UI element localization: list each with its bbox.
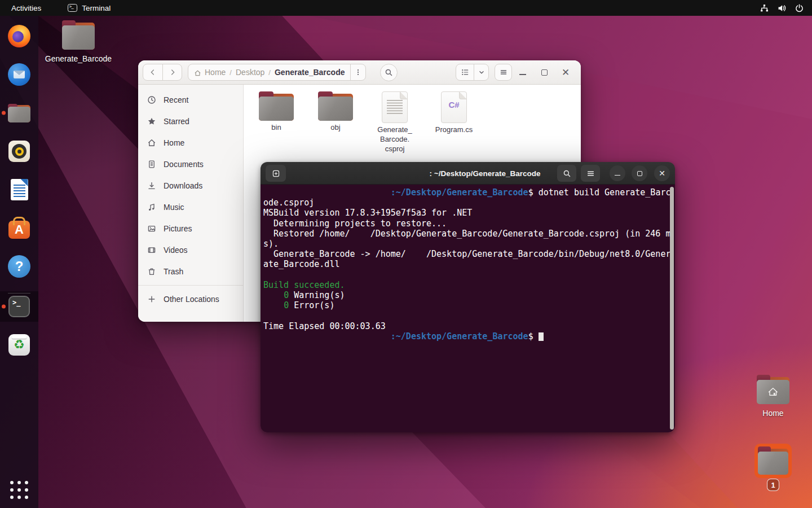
sidebar-item-label: Downloads [164,181,202,190]
file-name: Generate_Barcode.csproj [377,125,412,154]
dock-item-files[interactable] [7,101,31,125]
forward-button[interactable] [162,64,182,80]
sidebar-item-pictures[interactable]: Pictures [138,218,243,239]
sidebar-item-label: Music [164,203,184,212]
sidebar-item-videos[interactable]: Videos [138,239,243,261]
network-icon[interactable] [760,3,769,13]
search-button[interactable] [380,64,398,81]
running-indicator [2,111,6,115]
running-indicator [2,305,6,309]
star-icon [147,117,156,126]
folder-icon [259,91,294,121]
minimize-button[interactable] [512,61,533,84]
terminal-search-button[interactable] [557,165,576,182]
system-status-area[interactable] [760,3,804,13]
terminal-line: Determining projects to restore... [263,218,675,229]
desktop-icon-selected-folder[interactable] [754,444,792,478]
sidebar-item-label: Starred [164,117,189,126]
path-menu-button[interactable] [350,64,365,80]
terminal-line: MSBuild version 17.8.3+195e7f5a3 for .NE… [263,208,675,218]
trash-icon [147,267,156,276]
dock-item-firefox[interactable] [7,24,31,48]
house-icon [757,380,789,404]
file-item-program.cs[interactable]: Program.cs [426,91,482,135]
dock-item-trash[interactable]: ♻ [7,333,31,357]
close-button[interactable]: ✕ [555,61,576,84]
terminal-line: :~/Desktop/Generate_Barcode$ [263,331,675,341]
text-file-icon [382,91,408,123]
terminal-output[interactable]: :~/Desktop/Generate_Barcode$ dotnet buil… [261,185,675,432]
file-item-obj[interactable]: obj [307,91,364,133]
terminal-line: ate_Barcode.dll [263,259,675,269]
terminal-minimize-button[interactable] [610,165,625,181]
picture-icon [147,224,156,233]
terminal-line: :~/Desktop/Generate_Barcode$ dotnet buil… [263,187,675,198]
power-icon[interactable] [795,3,804,13]
back-button[interactable] [143,64,162,80]
sidebar-item-label: Recent [164,95,188,104]
dock-item-ubuntu-software[interactable]: A [7,216,31,240]
terminal-window: : ~/Desktop/Generate_Barcode ✕ :~/Deskto… [261,162,675,432]
download-icon [147,181,156,190]
sidebar-item-label: Pictures [164,224,192,233]
terminal-maximize-button[interactable] [632,165,647,181]
dock-item-rhythmbox[interactable] [7,139,31,163]
csharp-file-icon [441,91,467,123]
breadcrumb-segment[interactable]: Desktop [236,68,264,77]
sidebar-item-home[interactable]: Home [138,132,243,154]
desktop-icon-generate-barcode[interactable]: Generate_Barcode [58,20,99,63]
terminal-line [263,310,675,321]
sidebar-item-trash[interactable]: Trash [138,261,243,282]
sidebar-item-downloads[interactable]: Downloads [138,175,243,196]
file-item-bin[interactable]: bin [248,91,304,133]
clock-icon [147,95,156,104]
terminal-scrollbar[interactable] [670,187,674,430]
sidebar-item-music[interactable]: Music [138,196,243,218]
breadcrumb-segment[interactable]: Home [205,68,226,77]
dock-item-help[interactable]: ? [7,255,31,278]
new-tab-button[interactable] [266,165,286,182]
breadcrumb[interactable]: Home/Desktop/Generate_Barcode [188,64,366,81]
dock-item-libreoffice-writer[interactable] [7,178,31,202]
terminal-line: ode.csproj [263,198,675,208]
desktop-icon-home[interactable]: Home [752,375,794,418]
view-options-chevron[interactable] [474,64,488,80]
terminal-line: s). [263,239,675,249]
terminal-line [263,270,675,280]
file-item-generate_barcode.csproj[interactable]: Generate_Barcode.csproj [367,91,423,154]
sidebar-item-label: Documents [164,160,204,169]
activities-button[interactable]: Activities [11,4,41,12]
terminal-line: 0 Warning(s) [263,290,675,300]
maximize-button[interactable] [533,61,555,84]
video-icon [147,246,156,255]
view-toggle[interactable] [456,64,489,81]
files-header-bar: Home/Desktop/Generate_Barcode ✕ [138,60,581,85]
app-menu-label: Terminal [82,4,111,12]
show-applications-button[interactable] [10,481,28,499]
breadcrumb-segment[interactable]: Generate_Barcode [275,68,345,77]
desktop-icon-label: Generate_Barcode [45,54,112,63]
sidebar-item-label: Trash [164,267,183,276]
sidebar-item-documents[interactable]: Documents [138,154,243,175]
dock: A?♻ [0,16,38,508]
plus-icon [147,295,156,304]
terminal-menu-button[interactable] [581,165,600,182]
sidebar-item-other-locations[interactable]: Other Locations [138,288,243,310]
terminal-close-button[interactable]: ✕ [654,165,670,181]
sidebar-item-starred[interactable]: Starred [138,111,243,132]
sidebar-divider [138,285,243,286]
folder-icon [318,91,353,121]
list-view-icon[interactable] [456,64,474,80]
dock-item-thunderbird[interactable] [7,63,31,86]
files-sidebar: RecentStarredHomeDocumentsDownloadsMusic… [138,85,244,322]
file-name: bin [271,123,281,133]
app-menu[interactable]: Terminal [68,4,111,12]
breadcrumb-separator: / [268,68,271,77]
sidebar-item-recent[interactable]: Recent [138,89,243,111]
terminal-cursor [539,332,544,341]
dock-item-terminal[interactable] [7,295,31,318]
main-menu-button[interactable] [495,64,512,81]
terminal-app-icon [68,4,77,12]
volume-icon[interactable] [777,3,787,13]
desktop: Activities Terminal A?♻ Generate_Barcode… [0,0,812,508]
